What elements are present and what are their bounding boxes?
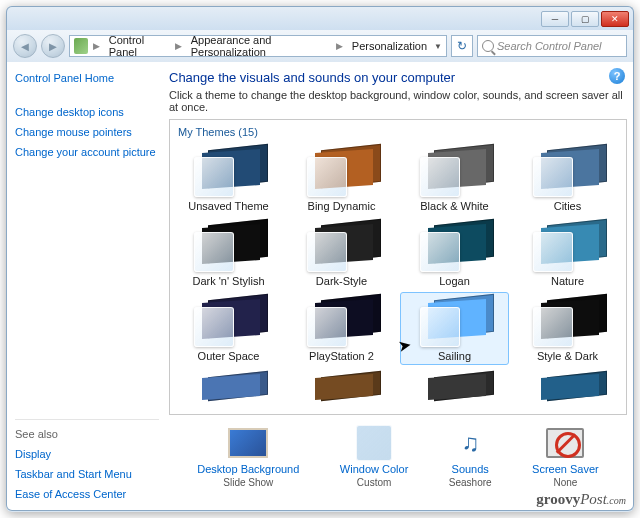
theme-label: Dark 'n' Stylish <box>192 275 264 287</box>
chevron-right-icon: ▶ <box>334 41 345 51</box>
theme-item[interactable]: Style & Dark <box>513 292 622 365</box>
search-placeholder: Search Control Panel <box>497 40 602 52</box>
control-panel-home-link[interactable]: Control Panel Home <box>15 72 159 84</box>
theme-thumb <box>303 147 381 197</box>
theme-label: Sailing <box>438 350 471 362</box>
help-icon[interactable]: ? <box>609 68 625 84</box>
seealso-link[interactable]: Taskbar and Start Menu <box>15 468 159 480</box>
theme-thumb <box>190 147 268 197</box>
theme-item[interactable]: Sailing <box>400 292 509 365</box>
window-color-icon <box>356 425 392 461</box>
search-input[interactable]: Search Control Panel <box>477 35 627 57</box>
theme-thumb <box>303 297 381 347</box>
sidebar-link[interactable]: Change desktop icons <box>15 106 159 118</box>
theme-label: Bing Dynamic <box>308 200 376 212</box>
theme-item[interactable]: Nature <box>513 217 622 290</box>
main-pane: ? Change the visuals and sounds on your … <box>167 62 633 510</box>
sounds-icon: ♫ <box>450 425 490 461</box>
chevron-down-icon[interactable]: ▼ <box>434 42 446 51</box>
chevron-right-icon: ▶ <box>91 41 102 51</box>
theme-thumb <box>416 147 494 197</box>
theme-item[interactable]: Black & White <box>400 142 509 215</box>
desktop-background-link[interactable]: Desktop Background Slide Show <box>197 425 299 488</box>
theme-item[interactable]: Unsaved Theme <box>174 142 283 215</box>
nav-row: ◄ ► ▶ Control Panel ▶ Appearance and Per… <box>6 30 634 62</box>
theme-item[interactable] <box>400 369 509 404</box>
search-icon <box>482 40 494 52</box>
screen-saver-icon <box>546 428 584 458</box>
page-description: Click a theme to change the desktop back… <box>169 89 627 113</box>
theme-item[interactable]: Bing Dynamic <box>287 142 396 215</box>
window-color-link[interactable]: Window Color Custom <box>340 425 408 488</box>
theme-label: Dark-Style <box>316 275 367 287</box>
forward-button[interactable]: ► <box>41 34 65 58</box>
close-button[interactable]: ✕ <box>601 11 629 27</box>
desktop-background-icon <box>228 428 268 458</box>
theme-thumb <box>190 297 268 347</box>
themes-group-header: My Themes (15) <box>170 120 626 140</box>
breadcrumb[interactable]: Personalization <box>348 39 431 53</box>
theme-thumb <box>416 222 494 272</box>
seealso-link[interactable]: Display <box>15 448 159 460</box>
theme-thumb <box>416 297 494 347</box>
address-bar[interactable]: ▶ Control Panel ▶ Appearance and Persona… <box>69 35 447 57</box>
screen-saver-link[interactable]: Screen Saver None <box>532 425 599 488</box>
theme-label: Style & Dark <box>537 350 598 362</box>
theme-item[interactable] <box>513 369 622 404</box>
theme-label: Unsaved Theme <box>188 200 269 212</box>
seealso-link[interactable]: Ease of Access Center <box>15 488 159 500</box>
theme-item[interactable] <box>174 369 283 404</box>
theme-thumb <box>303 222 381 272</box>
theme-label: PlayStation 2 <box>309 350 374 362</box>
maximize-button[interactable]: ▢ <box>571 11 599 27</box>
theme-item[interactable]: Outer Space <box>174 292 283 365</box>
titlebar: ─ ▢ ✕ <box>6 6 634 30</box>
theme-label: Outer Space <box>198 350 260 362</box>
sounds-link[interactable]: ♫ Sounds Seashore <box>449 425 492 488</box>
theme-item[interactable]: PlayStation 2 <box>287 292 396 365</box>
chevron-right-icon: ▶ <box>173 41 184 51</box>
page-title: Change the visuals and sounds on your co… <box>169 70 627 85</box>
theme-item[interactable]: Dark-Style <box>287 217 396 290</box>
theme-label: Black & White <box>420 200 488 212</box>
theme-thumb <box>529 147 607 197</box>
control-panel-icon <box>74 38 88 54</box>
see-also-label: See also <box>15 419 159 440</box>
theme-thumb <box>190 222 268 272</box>
theme-item[interactable]: Logan <box>400 217 509 290</box>
sidebar-link[interactable]: Change your account picture <box>15 146 159 158</box>
breadcrumb[interactable]: Control Panel <box>105 33 170 59</box>
theme-item[interactable]: Dark 'n' Stylish <box>174 217 283 290</box>
bottom-row: Desktop Background Slide Show Window Col… <box>169 415 627 490</box>
breadcrumb[interactable]: Appearance and Personalization <box>187 33 331 59</box>
theme-label: Nature <box>551 275 584 287</box>
theme-label: Cities <box>554 200 582 212</box>
sidebar-link[interactable]: Change mouse pointers <box>15 126 159 138</box>
theme-thumb <box>529 222 607 272</box>
themes-box[interactable]: My Themes (15) Unsaved Theme Bing Dynami… <box>169 119 627 415</box>
theme-item[interactable]: Cities <box>513 142 622 215</box>
back-button[interactable]: ◄ <box>13 34 37 58</box>
watermark: groovyPost.com <box>536 491 626 508</box>
theme-label: Logan <box>439 275 470 287</box>
minimize-button[interactable]: ─ <box>541 11 569 27</box>
theme-thumb <box>529 297 607 347</box>
refresh-button[interactable]: ↻ <box>451 35 473 57</box>
theme-item[interactable] <box>287 369 396 404</box>
sidebar: Control Panel Home Change desktop icons … <box>7 62 167 510</box>
